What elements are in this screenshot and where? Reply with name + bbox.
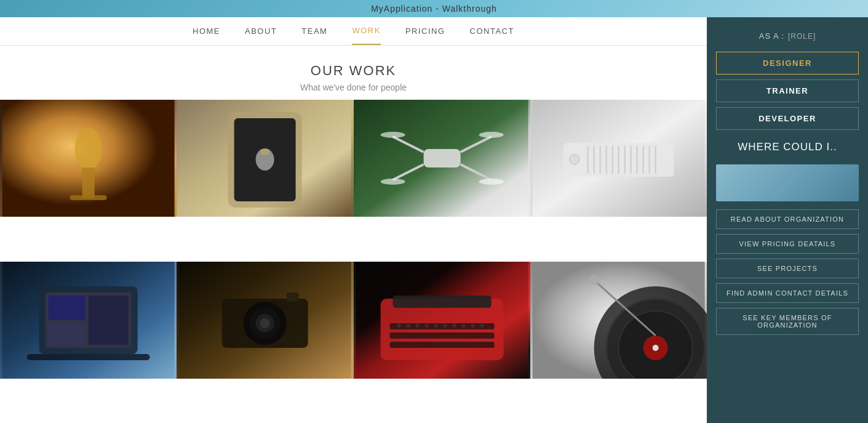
svg-point-55	[406, 324, 410, 328]
nav-home[interactable]: HOME	[193, 26, 220, 44]
main-nav: HOME ABOUT TEAM WORK PRICING CONTACT	[0, 17, 707, 46]
svg-rect-3	[70, 195, 107, 200]
grid-item-typewriter[interactable]	[354, 262, 530, 424]
svg-point-17	[380, 179, 405, 185]
svg-point-62	[471, 324, 474, 328]
svg-point-60	[452, 324, 456, 328]
image-camera	[177, 262, 353, 379]
where-could-label: WHERE COULD I..	[738, 141, 837, 153]
svg-point-58	[434, 324, 437, 328]
svg-point-46	[260, 318, 270, 328]
work-grid	[0, 100, 707, 423]
work-header: OUR WORK What we've done for people	[0, 46, 707, 100]
image-laptop	[0, 262, 177, 379]
svg-point-59	[443, 324, 447, 328]
grid-item-speaker[interactable]	[530, 100, 707, 262]
svg-point-18	[479, 179, 503, 185]
svg-point-54	[397, 324, 400, 328]
nav-about[interactable]: ABOUT	[245, 26, 277, 44]
see-key-members-button[interactable]: SEE KEY MEMBERS OF ORGANIZATION	[716, 308, 859, 335]
grid-item-vinyl[interactable]	[530, 262, 707, 424]
svg-rect-2	[82, 167, 95, 198]
role-trainer-button[interactable]: TRAINER	[716, 79, 859, 102]
svg-rect-53	[389, 342, 494, 348]
svg-point-15	[380, 132, 405, 138]
view-pricing-button[interactable]: VIEW PRICING DEATAILS	[716, 234, 859, 254]
svg-point-61	[461, 324, 465, 328]
grid-item-phone[interactable]	[177, 100, 353, 262]
svg-point-57	[424, 324, 428, 328]
nav-pricing[interactable]: PRICING	[405, 26, 445, 44]
app-title: MyApplication - Walkthrough	[371, 4, 497, 14]
image-phone	[177, 100, 353, 217]
svg-point-63	[480, 324, 484, 328]
svg-rect-8	[261, 149, 269, 155]
grid-item-drone[interactable]	[354, 100, 530, 262]
image-drone	[354, 100, 530, 217]
svg-rect-50	[392, 296, 491, 308]
sidebar-image-divider	[716, 164, 859, 201]
svg-point-33	[569, 155, 579, 164]
main-layout: HOME ABOUT TEAM WORK PRICING CONTACT OUR…	[0, 17, 868, 423]
svg-rect-38	[49, 323, 86, 345]
read-about-org-button[interactable]: READ ABOUT ORGANIZATION	[716, 209, 859, 229]
nav-work[interactable]: WORK	[352, 26, 380, 45]
grid-item-camera[interactable]	[177, 262, 353, 424]
left-content: HOME ABOUT TEAM WORK PRICING CONTACT OUR…	[0, 17, 707, 423]
svg-point-16	[479, 132, 503, 138]
see-projects-button[interactable]: SEE PROJECTS	[716, 259, 859, 278]
nav-team[interactable]: TEAM	[301, 26, 327, 44]
image-speaker	[530, 100, 707, 217]
sidebar: AS A : [ROLE] DESIGNER TRAINER DEVELOPER…	[707, 17, 868, 423]
work-subtitle: What we've done for people	[0, 83, 707, 92]
svg-rect-37	[49, 296, 86, 320]
svg-point-1	[75, 127, 102, 171]
sidebar-as-a-label: AS A : [ROLE]	[759, 30, 816, 42]
work-title: OUR WORK	[0, 63, 707, 79]
svg-point-56	[415, 324, 419, 328]
work-section: OUR WORK What we've done for people	[0, 46, 707, 423]
svg-rect-47	[287, 292, 299, 302]
grid-item-laptop[interactable]	[0, 262, 177, 424]
image-typewriter	[354, 262, 530, 379]
grid-item-mic[interactable]	[0, 100, 177, 262]
svg-rect-52	[389, 332, 494, 339]
role-developer-button[interactable]: DEVELOPER	[716, 107, 859, 130]
svg-rect-40	[27, 354, 150, 360]
svg-rect-39	[89, 296, 129, 345]
find-admin-contact-button[interactable]: FIND ADMIN CONTACT DETAILS	[716, 283, 859, 303]
svg-point-69	[652, 345, 658, 351]
top-bar: MyApplication - Walkthrough	[0, 0, 868, 17]
role-designer-button[interactable]: DESIGNER	[716, 52, 859, 75]
image-microphone	[0, 100, 177, 217]
svg-rect-51	[389, 323, 494, 329]
image-vinyl	[530, 262, 707, 379]
svg-rect-10	[423, 149, 460, 167]
svg-point-71	[589, 275, 599, 285]
nav-contact[interactable]: CONTACT	[470, 26, 514, 44]
